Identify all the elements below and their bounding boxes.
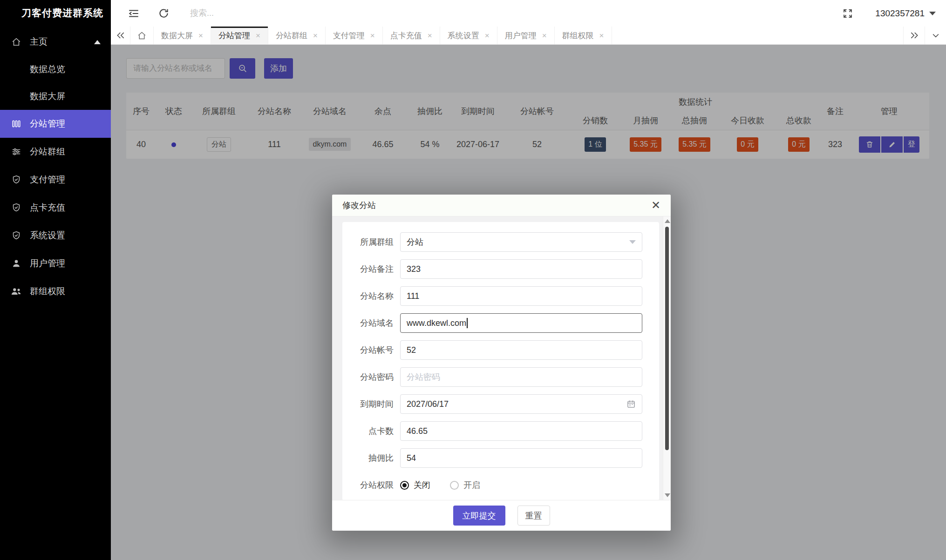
edit-subsite-modal: 修改分站 ✕ 所属群组 分站 分站备注 323 — [332, 195, 671, 531]
tab-label: 系统设置 — [448, 30, 479, 41]
sidebar-item-data-screen[interactable]: 数据大屏 — [0, 83, 111, 110]
field-value: 2027/06/17 — [407, 399, 449, 409]
user-menu[interactable]: 1302357281 — [875, 8, 936, 19]
tab-system-settings[interactable]: 系统设置× — [440, 27, 497, 44]
sidebar-item-label: 分站管理 — [30, 118, 65, 130]
sidebar-item-label: 数据总览 — [30, 63, 65, 75]
close-icon[interactable]: × — [370, 32, 375, 40]
tab-data-screen[interactable]: 数据大屏× — [154, 27, 211, 44]
sidebar-item-label: 群组权限 — [30, 285, 65, 297]
global-search-input[interactable] — [190, 8, 348, 18]
close-icon[interactable]: × — [485, 32, 490, 40]
sidebar-item-data-overview[interactable]: 数据总览 — [0, 56, 111, 83]
close-icon[interactable]: × — [599, 32, 604, 40]
sidebar-item-label: 系统设置 — [30, 229, 65, 242]
tab-label: 点卡充值 — [390, 30, 422, 41]
sidebar-item-subsite-group[interactable]: 分站群组 — [0, 138, 111, 166]
tabs-scroll-left-icon[interactable] — [111, 27, 130, 44]
scroll-down-icon[interactable] — [665, 493, 670, 497]
close-icon[interactable]: × — [313, 32, 318, 40]
topbar: 1302357281 — [111, 0, 946, 27]
field-label: 抽佣比 — [349, 452, 400, 464]
sidebar-item-system-settings[interactable]: 系统设置 — [0, 222, 111, 250]
tab-label: 群组权限 — [562, 30, 594, 41]
close-icon[interactable]: × — [256, 32, 260, 40]
sidebar-item-label: 点卡充值 — [30, 202, 65, 214]
sidebar-menu: 主页 数据总览 数据大屏 分站管理 分站群组 — [0, 28, 111, 305]
scrollbar-thumb[interactable] — [665, 227, 669, 450]
reset-button[interactable]: 重置 — [517, 506, 550, 526]
rate-field[interactable]: 54 — [400, 448, 642, 468]
tab-payment-manage[interactable]: 支付管理× — [326, 27, 383, 44]
field-label: 分站名称 — [349, 290, 400, 302]
field-label: 分站备注 — [349, 263, 400, 275]
sliders-icon — [10, 146, 22, 158]
form-row-rate: 抽佣比 54 — [349, 448, 649, 468]
fullscreen-icon[interactable] — [841, 7, 855, 20]
sidebar-item-label: 分站群组 — [30, 146, 65, 158]
tabs-scroll-right-icon[interactable] — [903, 27, 925, 44]
sidebar-item-label: 数据大屏 — [30, 90, 65, 102]
submit-button[interactable]: 立即提交 — [453, 506, 505, 526]
field-label: 分站域名 — [349, 317, 400, 329]
sidebar-item-payment-manage[interactable]: 支付管理 — [0, 166, 111, 194]
field-value: 323 — [407, 264, 421, 274]
sidebar-item-home[interactable]: 主页 — [0, 28, 111, 56]
tab-label: 用户管理 — [505, 30, 537, 41]
sidebar-item-user-manage[interactable]: 用户管理 — [0, 250, 111, 277]
columns-icon — [10, 118, 22, 130]
modal-body: 所属群组 分站 分站备注 323 分站名称 111 — [332, 216, 671, 500]
tab-user-manage[interactable]: 用户管理× — [497, 27, 555, 44]
close-icon[interactable]: × — [542, 32, 547, 40]
tab-subsite-group[interactable]: 分站群组× — [268, 27, 326, 44]
modal-title: 修改分站 — [342, 200, 376, 211]
text-cursor — [467, 318, 468, 328]
calendar-icon[interactable] — [626, 399, 636, 409]
permission-on-radio[interactable]: 开启 — [450, 479, 480, 491]
domain-field[interactable]: www.dkewl.com — [400, 313, 642, 333]
shield-check-icon — [10, 174, 22, 186]
sidebar-item-subsite-manage[interactable]: 分站管理 — [0, 110, 111, 138]
sidebar-item-card-recharge[interactable]: 点卡充值 — [0, 194, 111, 222]
tabbar: 数据大屏× 分站管理× 分站群组× 支付管理× 点卡充值× 系统设置× 用户管理… — [111, 27, 946, 45]
name-field[interactable]: 111 — [400, 286, 642, 306]
close-icon[interactable]: × — [428, 32, 432, 40]
collapse-menu-icon[interactable] — [127, 7, 141, 20]
tab-group-permission[interactable]: 群组权限× — [555, 27, 612, 44]
select-value: 分站 — [407, 236, 423, 248]
password-field[interactable]: 分站密码 — [400, 367, 642, 387]
points-field[interactable]: 46.65 — [400, 421, 642, 441]
field-label: 点卡数 — [349, 425, 400, 437]
tab-card-recharge[interactable]: 点卡充值× — [383, 27, 440, 44]
brand-title: 刀客付费进群系统 — [0, 0, 111, 26]
expire-date-field[interactable]: 2027/06/17 — [400, 394, 642, 414]
modal-header: 修改分站 ✕ — [332, 195, 671, 216]
field-value: www.dkewl.com — [407, 318, 466, 328]
close-icon[interactable]: × — [198, 32, 203, 40]
sidebar-item-group-permission[interactable]: 群组权限 — [0, 277, 111, 305]
scroll-up-icon[interactable] — [665, 219, 670, 223]
remark-field[interactable]: 323 — [400, 259, 642, 279]
modal-form: 所属群组 分站 分站备注 323 分站名称 111 — [342, 222, 659, 500]
sidebar-item-label: 用户管理 — [30, 257, 65, 270]
sidebar: 刀客付费进群系统 主页 数据总览 数据大屏 分站管理 — [0, 0, 111, 560]
caret-up-icon — [94, 40, 101, 44]
tab-home[interactable] — [130, 27, 154, 44]
tabs-menu-icon[interactable] — [925, 27, 946, 44]
radio-unselected-icon — [450, 481, 459, 490]
radio-label: 开启 — [463, 479, 480, 491]
user-id: 1302357281 — [875, 8, 925, 19]
group-select[interactable]: 分站 — [400, 232, 642, 252]
refresh-icon[interactable] — [157, 7, 170, 20]
tab-subsite-manage[interactable]: 分站管理× — [211, 27, 268, 44]
account-field[interactable]: 52 — [400, 340, 642, 360]
form-row-expire: 到期时间 2027/06/17 — [349, 394, 649, 414]
close-icon[interactable]: ✕ — [651, 200, 660, 211]
tab-label: 支付管理 — [333, 30, 365, 41]
field-placeholder: 分站密码 — [407, 371, 440, 383]
permission-off-radio[interactable]: 关闭 — [400, 479, 430, 491]
sidebar-item-label: 主页 — [30, 36, 48, 48]
modal-scrollbar[interactable] — [663, 216, 671, 500]
shield-check-icon — [10, 202, 22, 214]
field-label: 所属群组 — [349, 236, 400, 248]
